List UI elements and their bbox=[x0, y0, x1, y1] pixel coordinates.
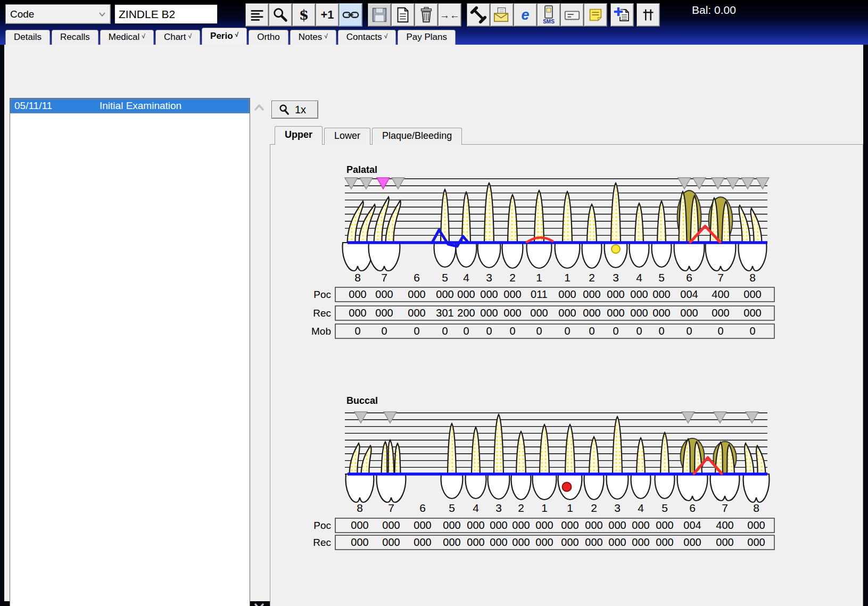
tab-plaque-bleeding[interactable]: Plaque/Bleeding bbox=[372, 128, 462, 145]
phone-button[interactable] bbox=[467, 3, 490, 27]
tooth-crown bbox=[527, 243, 552, 268]
tab-label: Recalls bbox=[60, 32, 90, 42]
tab-ortho[interactable]: Ortho bbox=[249, 30, 288, 45]
row-value: 004 bbox=[680, 288, 698, 300]
compact-button[interactable]: →← bbox=[438, 3, 461, 27]
row-value: 200 bbox=[457, 307, 475, 319]
link-button[interactable] bbox=[339, 3, 362, 27]
row-value: 000 bbox=[443, 519, 460, 531]
tab-details[interactable]: Details bbox=[5, 30, 50, 45]
row-value: 0 bbox=[717, 325, 723, 337]
tab-medical[interactable]: Medical√ bbox=[100, 30, 154, 45]
row-value: 000 bbox=[414, 519, 431, 531]
tooth-root bbox=[350, 443, 360, 474]
tab-lower[interactable]: Lower bbox=[324, 128, 370, 145]
row-value: 000 bbox=[351, 519, 368, 531]
row-value: 000 bbox=[512, 519, 530, 531]
print-button[interactable] bbox=[391, 3, 415, 27]
tooth-crown bbox=[710, 474, 740, 501]
furcation-marker bbox=[756, 178, 769, 189]
row-value: 0 bbox=[536, 325, 542, 337]
row-value: 000 bbox=[480, 307, 498, 319]
exam-list[interactable]: 05/11/11Initial Examination bbox=[10, 98, 250, 606]
tooth-number: 1 bbox=[567, 502, 573, 514]
label-card-button[interactable] bbox=[560, 3, 584, 27]
tooth-crown bbox=[346, 474, 374, 502]
zoom-button[interactable]: 1x bbox=[271, 101, 318, 119]
phone-icon bbox=[469, 6, 487, 24]
tooth-crown bbox=[655, 474, 675, 499]
scroll-up-icon[interactable] bbox=[253, 103, 265, 112]
row-value: 000 bbox=[607, 307, 624, 319]
tooth-crown bbox=[584, 474, 604, 500]
note-button[interactable] bbox=[584, 3, 607, 27]
exam-list-item[interactable]: 05/11/11Initial Examination bbox=[10, 98, 250, 113]
furcation-marker bbox=[741, 178, 754, 189]
delete-button[interactable] bbox=[415, 3, 438, 27]
row-value: 0 bbox=[564, 325, 570, 337]
furcation-marker bbox=[712, 178, 724, 189]
row-value: 000 bbox=[558, 288, 576, 300]
patient-name-input[interactable] bbox=[114, 4, 218, 24]
email-button[interactable]: e bbox=[514, 3, 537, 27]
tab-pay-plans[interactable]: Pay Plans bbox=[398, 30, 456, 45]
tooth-number: 7 bbox=[717, 271, 724, 284]
tooth-number: 5 bbox=[442, 271, 448, 284]
row-value: 000 bbox=[351, 536, 368, 548]
row-value: 000 bbox=[632, 536, 649, 548]
row-value: 000 bbox=[583, 307, 600, 319]
tab-recalls[interactable]: Recalls bbox=[52, 30, 98, 45]
tab-check-mark: √ bbox=[188, 32, 192, 40]
chart-height-button[interactable] bbox=[636, 3, 660, 27]
letter-icon bbox=[493, 6, 511, 24]
row-value: 000 bbox=[503, 288, 521, 300]
value-row-box bbox=[335, 518, 774, 533]
row-value: 000 bbox=[656, 536, 673, 548]
furcation-marker bbox=[682, 412, 695, 423]
tooth-number: 3 bbox=[614, 502, 621, 514]
furcation-marker bbox=[726, 178, 739, 189]
tab-label: Perio bbox=[210, 31, 233, 41]
plus-one-icon: +1 bbox=[320, 9, 334, 21]
tooth-root bbox=[587, 204, 597, 243]
row-label: Poc bbox=[313, 289, 331, 300]
add-document-button[interactable] bbox=[610, 3, 634, 27]
tab-label: Details bbox=[14, 32, 42, 42]
palatal-chart[interactable]: 8765432112345678Poc000000000000000000000… bbox=[302, 172, 787, 343]
row-value: 000 bbox=[480, 288, 498, 300]
tab-notes[interactable]: Notes√ bbox=[290, 30, 336, 45]
send-letter-button[interactable] bbox=[490, 3, 514, 27]
tab-perio[interactable]: Perio√ bbox=[202, 28, 247, 45]
add-one-button[interactable]: +1 bbox=[316, 3, 339, 27]
row-value: 000 bbox=[585, 536, 602, 548]
tooth-root bbox=[494, 414, 503, 474]
tab-contacts[interactable]: Contacts√ bbox=[338, 30, 396, 45]
tab-label: Ortho bbox=[257, 32, 280, 42]
list-view-button[interactable] bbox=[245, 3, 269, 27]
floppy-save-icon bbox=[370, 6, 388, 24]
row-value: 000 bbox=[530, 307, 548, 319]
search-button[interactable] bbox=[269, 3, 292, 27]
tab-upper[interactable]: Upper bbox=[275, 126, 323, 145]
row-value: 000 bbox=[512, 536, 530, 548]
tooth-root bbox=[534, 190, 544, 243]
row-value: 004 bbox=[683, 519, 701, 531]
scroll-down-icon[interactable] bbox=[253, 602, 265, 606]
sms-button[interactable]: SMS bbox=[537, 3, 560, 27]
furcation-marker bbox=[746, 412, 758, 423]
furcation-marker bbox=[714, 412, 726, 423]
row-value: 0 bbox=[636, 325, 642, 337]
save-button[interactable] bbox=[368, 3, 391, 27]
tooth-root bbox=[563, 192, 572, 243]
tooth-number: 4 bbox=[473, 502, 479, 514]
address-card-icon bbox=[563, 6, 581, 24]
tooth-number: 8 bbox=[749, 271, 756, 284]
accounts-button[interactable]: $ bbox=[292, 3, 316, 27]
buccal-chart[interactable]: 8765432112345678Poc000000000000000000000… bbox=[302, 404, 787, 555]
row-value: 0 bbox=[442, 325, 448, 337]
code-dropdown[interactable]: Code bbox=[5, 4, 111, 24]
tab-chart[interactable]: Chart√ bbox=[155, 30, 200, 45]
furcation-marker bbox=[392, 178, 404, 189]
tooth-root bbox=[739, 205, 750, 243]
row-value: 000 bbox=[716, 536, 733, 548]
